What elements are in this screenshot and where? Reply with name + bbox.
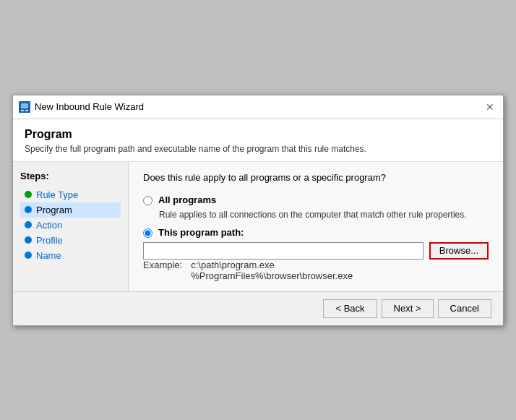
next-button[interactable]: Next >	[382, 299, 434, 318]
wizard-window: New Inbound Rule Wizard ✕ Program Specif…	[12, 95, 504, 326]
sidebar-label-program: Program	[36, 205, 72, 215]
sidebar: Steps: Rule Type Program Action Profile …	[13, 162, 129, 291]
sidebar-item-name[interactable]: Name	[20, 248, 121, 263]
program-path-input[interactable]	[143, 242, 423, 260]
example-paths: c:\path\program.exe%ProgramFiles%\browse…	[191, 260, 353, 281]
example-label: Example:	[143, 260, 182, 281]
title-bar-left: New Inbound Rule Wizard	[19, 101, 144, 113]
main-panel: Does this rule apply to all programs or …	[129, 162, 503, 291]
step-dot-action	[25, 221, 32, 228]
sidebar-label-rule-type: Rule Type	[36, 189, 78, 200]
sidebar-item-program[interactable]: Program	[20, 202, 121, 218]
svg-rect-3	[25, 110, 28, 111]
step-dot-profile	[25, 236, 32, 244]
content-area: Steps: Rule Type Program Action Profile …	[13, 162, 503, 291]
step-dot-program	[25, 206, 32, 213]
cancel-button[interactable]: Cancel	[438, 299, 491, 318]
all-programs-option[interactable]: All programs	[143, 194, 489, 205]
example-row: Example: c:\path\program.exe%ProgramFile…	[143, 260, 489, 281]
sidebar-label-name: Name	[36, 250, 61, 261]
sidebar-label-action: Action	[36, 220, 62, 231]
browse-button[interactable]: Browse...	[429, 242, 489, 260]
sidebar-item-action[interactable]: Action	[20, 218, 121, 233]
sidebar-label-profile: Profile	[36, 235, 63, 246]
back-button[interactable]: < Back	[323, 299, 377, 318]
page-header: Program Specify the full program path an…	[13, 119, 503, 162]
step-dot-name	[25, 252, 32, 259]
window-title: New Inbound Rule Wizard	[35, 101, 144, 112]
question-text: Does this rule apply to all programs or …	[143, 172, 489, 183]
sidebar-item-rule-type[interactable]: Rule Type	[20, 187, 121, 202]
program-path-row: Browse...	[143, 242, 489, 260]
title-bar: New Inbound Rule Wizard ✕	[13, 95, 503, 119]
all-programs-desc: Rule applies to all connections on the c…	[159, 210, 489, 220]
this-program-path-label[interactable]: This program path:	[158, 227, 244, 238]
wizard-icon	[19, 101, 30, 113]
close-button[interactable]: ✕	[483, 100, 497, 114]
svg-rect-1	[21, 103, 28, 108]
this-program-path-option[interactable]: This program path:	[143, 227, 489, 238]
page-title: Program	[25, 128, 491, 141]
page-subtitle: Specify the full program path and execut…	[25, 144, 491, 154]
this-program-path-radio[interactable]	[143, 228, 152, 238]
sidebar-title: Steps:	[20, 171, 121, 181]
svg-rect-2	[21, 110, 24, 111]
step-dot-rule-type	[25, 191, 32, 198]
sidebar-item-profile[interactable]: Profile	[20, 233, 121, 248]
all-programs-radio[interactable]	[143, 196, 152, 205]
all-programs-label[interactable]: All programs	[158, 194, 216, 205]
footer: < Back Next > Cancel	[13, 291, 503, 325]
